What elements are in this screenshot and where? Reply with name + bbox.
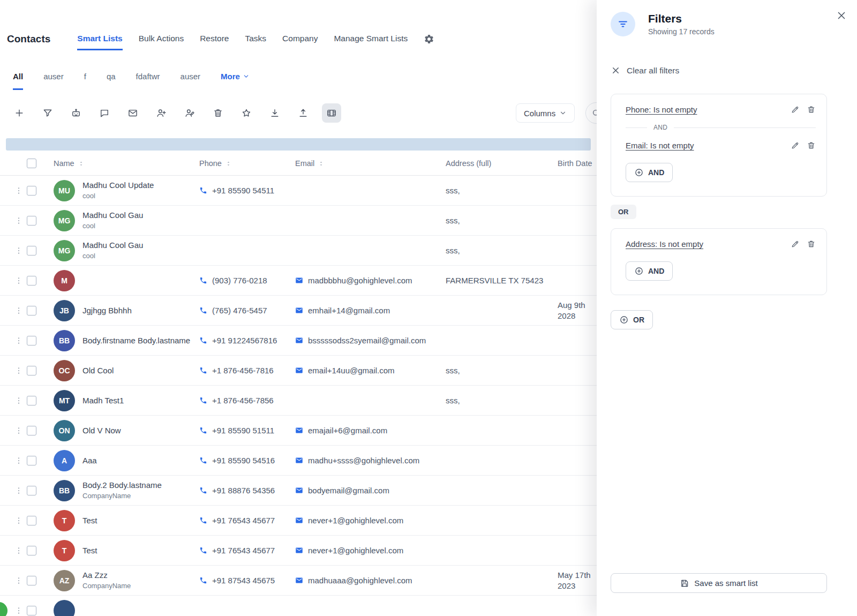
row-menu-icon[interactable] xyxy=(11,276,27,285)
name-cell: MGMadhu Cool Gaucool xyxy=(54,210,199,231)
row-checkbox[interactable] xyxy=(27,426,36,435)
edit-filter-button[interactable] xyxy=(791,105,800,114)
email-cell: emajail+6@gmail.com xyxy=(295,425,446,436)
close-icon[interactable] xyxy=(836,10,847,23)
table-scrollbar[interactable] xyxy=(6,138,591,151)
row-menu-icon[interactable] xyxy=(11,336,27,345)
row-checkbox[interactable] xyxy=(27,456,36,465)
row-menu-icon[interactable] xyxy=(11,606,27,615)
row-checkbox[interactable] xyxy=(27,246,36,256)
toolbar-email-button[interactable] xyxy=(123,103,142,123)
plus-circle-icon xyxy=(619,315,629,325)
row-checkbox[interactable] xyxy=(27,396,36,405)
row-checkbox[interactable] xyxy=(27,336,36,345)
smartlist-tab-fdaftwr-4[interactable]: fdaftwr xyxy=(136,64,160,90)
clear-all-filters-button[interactable]: Clear all filters xyxy=(611,65,679,76)
pencil-icon xyxy=(791,105,800,114)
phone-icon xyxy=(199,486,207,494)
row-menu-icon[interactable] xyxy=(11,546,27,555)
row-menu-icon[interactable] xyxy=(11,426,27,435)
row-checkbox[interactable] xyxy=(27,186,36,196)
name-cell: MGMadhu Cool Gaucool xyxy=(54,240,199,261)
name-cell: JBJgjhgg Bbhhh xyxy=(54,300,199,321)
row-menu-icon[interactable] xyxy=(11,486,27,495)
smartlist-tab-auser-1[interactable]: auser xyxy=(43,64,64,90)
phone-cell: +91 91224567816 xyxy=(199,335,295,346)
row-menu-icon[interactable] xyxy=(11,516,27,525)
edit-filter-button[interactable] xyxy=(791,239,800,249)
row-checkbox[interactable] xyxy=(27,576,36,585)
toolbar-download-button[interactable] xyxy=(265,103,284,123)
toolbar-bot-button[interactable] xyxy=(66,103,86,123)
nav-tab-tasks[interactable]: Tasks xyxy=(245,28,266,50)
row-menu-icon[interactable] xyxy=(11,216,27,225)
row-menu-icon[interactable] xyxy=(11,246,27,255)
select-all-checkbox[interactable] xyxy=(27,159,36,168)
row-checkbox[interactable] xyxy=(27,516,36,525)
row-checkbox[interactable] xyxy=(27,546,36,555)
filter-icon xyxy=(42,108,53,118)
add-and-button[interactable]: AND xyxy=(626,261,673,281)
edit-filter-button[interactable] xyxy=(791,141,800,150)
row-menu-icon[interactable] xyxy=(11,366,27,375)
filter-condition-link[interactable]: Address: Is not empty xyxy=(626,239,703,249)
row-menu-icon[interactable] xyxy=(11,396,27,405)
filter-condition-link[interactable]: Phone: Is not empty xyxy=(626,105,697,114)
row-checkbox[interactable] xyxy=(27,366,36,375)
toolbar-filter-button[interactable] xyxy=(38,103,57,123)
row-menu-icon[interactable] xyxy=(11,576,27,585)
delete-filter-button[interactable] xyxy=(807,141,816,150)
smartlist-tab-qa-3[interactable]: qa xyxy=(107,64,116,90)
smartlist-tab-f-2[interactable]: f xyxy=(84,64,86,90)
nav-tab-company[interactable]: Company xyxy=(282,28,318,50)
save-smart-list-button[interactable]: Save as smart list xyxy=(611,573,827,593)
toolbar-star-button[interactable] xyxy=(237,103,256,123)
smartlist-tab-all-0[interactable]: All xyxy=(13,64,23,90)
column-header-phone[interactable]: Phone xyxy=(199,159,295,168)
columns-button[interactable]: Columns xyxy=(516,103,575,123)
toolbar-add-button[interactable] xyxy=(10,103,29,123)
nav-tab-manage-smart-lists[interactable]: Manage Smart Lists xyxy=(334,28,408,50)
contact-name: Test xyxy=(82,516,97,525)
smartlist-tab-auser-5[interactable]: auser xyxy=(181,64,201,90)
nav-tab-restore[interactable]: Restore xyxy=(200,28,229,50)
row-checkbox[interactable] xyxy=(27,486,36,495)
row-checkbox[interactable] xyxy=(27,276,36,286)
row-menu-icon[interactable] xyxy=(11,186,27,195)
avatar: MT xyxy=(54,390,75,411)
app: Contacts Smart ListsBulk ActionsRestoreT… xyxy=(0,0,857,616)
avatar: JB xyxy=(54,300,75,321)
column-header-name[interactable]: Name xyxy=(54,159,199,168)
address-cell: sss, xyxy=(446,245,558,256)
row-checkbox[interactable] xyxy=(27,606,36,615)
add-or-button[interactable]: OR xyxy=(611,310,653,329)
settings-gear-icon[interactable] xyxy=(424,34,434,44)
toolbar-chat-button[interactable] xyxy=(95,103,114,123)
address-cell: FARMERSVILLE TX 75423 xyxy=(446,275,558,286)
avatar: MG xyxy=(54,240,75,261)
address-cell: sss, xyxy=(446,365,558,376)
avatar: MU xyxy=(54,180,75,201)
delete-filter-button[interactable] xyxy=(807,105,816,114)
smartlist-tab-more-6[interactable]: More xyxy=(221,64,250,90)
row-menu-icon[interactable] xyxy=(11,456,27,465)
row-checkbox[interactable] xyxy=(27,306,36,315)
toolbar-person-edit-button[interactable] xyxy=(180,103,199,123)
nav-tab-bulk-actions[interactable]: Bulk Actions xyxy=(139,28,184,50)
nav-tab-smart-lists[interactable]: Smart Lists xyxy=(77,28,122,50)
add-and-button[interactable]: AND xyxy=(626,163,673,182)
row-checkbox[interactable] xyxy=(27,216,36,226)
toolbar-trash-button[interactable] xyxy=(208,103,228,123)
filter-condition-link[interactable]: Email: Is not empty xyxy=(626,141,694,150)
toolbar-frame-button[interactable] xyxy=(322,103,341,123)
toolbar-upload-button[interactable] xyxy=(294,103,313,123)
toolbar-person-add-button[interactable] xyxy=(152,103,171,123)
row-menu-icon[interactable] xyxy=(11,306,27,315)
avatar: AZ xyxy=(54,570,75,591)
column-header-email[interactable]: Email xyxy=(295,159,446,168)
mail-icon xyxy=(295,306,303,314)
column-header-birth[interactable]: Birth Date xyxy=(558,159,603,168)
add-icon xyxy=(14,108,25,118)
avatar: BB xyxy=(54,480,75,501)
delete-filter-button[interactable] xyxy=(807,239,816,249)
